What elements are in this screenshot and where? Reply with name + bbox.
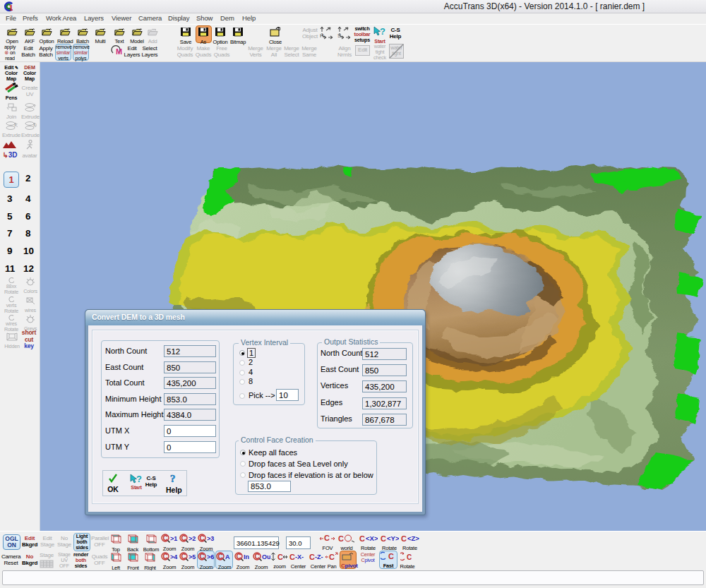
svg-text:C: C [218,553,223,560]
svg-text:C: C [381,534,386,543]
svg-text:M: M [33,122,37,128]
svg-text:C: C [289,553,295,561]
svg-text:?: ? [136,474,142,484]
svg-text:<Z>: <Z> [407,534,419,542]
svg-text:-Z-: -Z- [315,553,323,560]
svg-text:Out: Out [262,553,270,560]
svg-text:C: C [255,553,260,560]
svg-text:>2: >2 [189,535,196,542]
svg-text:C: C [388,552,394,560]
svg-text:>3: >3 [207,535,214,542]
svg-text:C: C [407,553,412,561]
svg-text:C: C [324,534,330,542]
svg-text:?: ? [170,474,176,484]
svg-text:?: ? [380,26,385,36]
svg-text:<X>: <X> [366,534,378,542]
svg-text:1: 1 [8,2,13,13]
svg-text:S: S [337,32,341,39]
svg-text:K: K [14,122,18,128]
svg-text:<Y>: <Y> [387,534,399,542]
svg-text:A: A [225,553,230,560]
svg-text:C: C [237,553,241,560]
svg-text:C: C [329,553,335,561]
svg-text:C: C [359,534,365,543]
svg-text:M: M [116,47,122,55]
svg-text:C: C [309,553,315,561]
svg-text:>5: >5 [189,553,196,560]
svg-text:C: C [181,553,186,560]
svg-text:C: C [163,553,168,560]
svg-text:>1: >1 [170,535,177,542]
svg-text:C: C [163,534,168,542]
svg-text:C: C [277,553,283,561]
svg-text:C: C [200,534,205,542]
svg-text:C: C [200,553,205,560]
svg-text:>4: >4 [170,553,177,560]
svg-text:C: C [181,534,186,542]
svg-text:>6: >6 [207,553,214,560]
svg-text:C: C [401,534,407,543]
svg-text:C: C [338,534,344,543]
svg-text:-X-: -X- [295,553,304,560]
svg-text:In: In [244,553,249,560]
svg-text:H: H [320,32,324,39]
